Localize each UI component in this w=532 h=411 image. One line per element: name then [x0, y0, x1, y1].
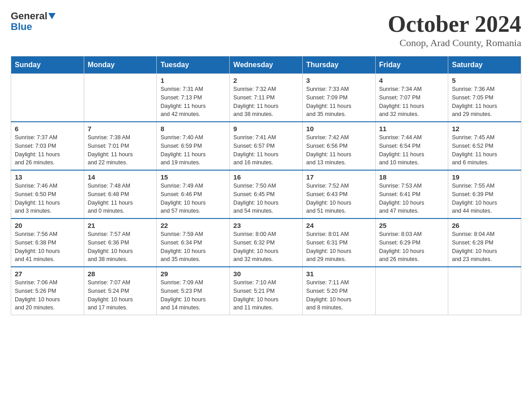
table-row: 19Sunrise: 7:55 AMSunset: 6:39 PMDayligh…	[448, 170, 521, 218]
day-info: Sunrise: 7:49 AMSunset: 6:46 PMDaylight:…	[160, 182, 226, 215]
calendar-table: Sunday Monday Tuesday Wednesday Thursday…	[11, 56, 521, 315]
day-number: 8	[160, 125, 226, 133]
day-info: Sunrise: 7:48 AMSunset: 6:48 PMDaylight:…	[88, 182, 153, 215]
day-info: Sunrise: 7:52 AMSunset: 6:43 PMDaylight:…	[306, 182, 372, 215]
table-row	[11, 74, 84, 122]
day-info: Sunrise: 7:36 AMSunset: 7:05 PMDaylight:…	[452, 85, 517, 119]
day-info: Sunrise: 7:57 AMSunset: 6:36 PMDaylight:…	[88, 230, 153, 264]
day-number: 17	[306, 173, 372, 181]
day-number: 24	[306, 222, 372, 229]
table-row: 31Sunrise: 7:11 AMSunset: 5:20 PMDayligh…	[302, 267, 375, 315]
day-info: Sunrise: 7:31 AMSunset: 7:13 PMDaylight:…	[160, 85, 226, 119]
logo-triangle-icon	[48, 13, 56, 19]
day-number: 30	[233, 270, 299, 278]
calendar-week-row: 20Sunrise: 7:56 AMSunset: 6:38 PMDayligh…	[11, 218, 521, 267]
table-row: 23Sunrise: 8:00 AMSunset: 6:32 PMDayligh…	[230, 218, 303, 267]
day-info: Sunrise: 7:37 AMSunset: 7:03 PMDaylight:…	[15, 133, 80, 167]
table-row: 25Sunrise: 8:03 AMSunset: 6:29 PMDayligh…	[375, 218, 448, 267]
col-friday: Friday	[375, 56, 448, 74]
day-info: Sunrise: 7:50 AMSunset: 6:45 PMDaylight:…	[233, 182, 299, 215]
day-number: 12	[452, 125, 517, 133]
table-row: 30Sunrise: 7:10 AMSunset: 5:21 PMDayligh…	[230, 267, 303, 315]
day-number: 26	[452, 222, 517, 229]
col-tuesday: Tuesday	[157, 56, 230, 74]
calendar-header-row: Sunday Monday Tuesday Wednesday Thursday…	[11, 56, 521, 74]
day-number: 14	[88, 173, 153, 181]
table-row: 27Sunrise: 7:06 AMSunset: 5:26 PMDayligh…	[11, 267, 84, 315]
day-number: 13	[15, 173, 80, 181]
day-info: Sunrise: 7:38 AMSunset: 7:01 PMDaylight:…	[88, 133, 153, 167]
day-number: 21	[88, 222, 153, 229]
day-number: 4	[379, 77, 445, 84]
day-info: Sunrise: 8:04 AMSunset: 6:28 PMDaylight:…	[452, 230, 517, 264]
table-row: 15Sunrise: 7:49 AMSunset: 6:46 PMDayligh…	[157, 170, 230, 218]
day-info: Sunrise: 7:56 AMSunset: 6:38 PMDaylight:…	[15, 230, 80, 264]
calendar-week-row: 6Sunrise: 7:37 AMSunset: 7:03 PMDaylight…	[11, 122, 521, 170]
day-info: Sunrise: 8:03 AMSunset: 6:29 PMDaylight:…	[379, 230, 445, 264]
day-number: 19	[452, 173, 517, 181]
day-info: Sunrise: 7:46 AMSunset: 6:50 PMDaylight:…	[15, 182, 80, 215]
day-info: Sunrise: 7:59 AMSunset: 6:34 PMDaylight:…	[160, 230, 226, 264]
table-row: 14Sunrise: 7:48 AMSunset: 6:48 PMDayligh…	[84, 170, 157, 218]
day-info: Sunrise: 7:11 AMSunset: 5:20 PMDaylight:…	[306, 278, 372, 312]
table-row: 8Sunrise: 7:40 AMSunset: 6:59 PMDaylight…	[157, 122, 230, 170]
page-title: October 2024	[388, 11, 521, 37]
day-number: 5	[452, 77, 517, 84]
calendar-week-row: 27Sunrise: 7:06 AMSunset: 5:26 PMDayligh…	[11, 267, 521, 315]
day-number: 28	[88, 270, 153, 278]
col-thursday: Thursday	[302, 56, 375, 74]
day-number: 3	[306, 77, 372, 84]
table-row: 28Sunrise: 7:07 AMSunset: 5:24 PMDayligh…	[84, 267, 157, 315]
day-number: 1	[160, 77, 226, 84]
day-number: 22	[160, 222, 226, 229]
table-row: 7Sunrise: 7:38 AMSunset: 7:01 PMDaylight…	[84, 122, 157, 170]
day-info: Sunrise: 7:40 AMSunset: 6:59 PMDaylight:…	[160, 133, 226, 167]
page-subtitle: Conop, Arad County, Romania	[388, 37, 521, 49]
table-row: 16Sunrise: 7:50 AMSunset: 6:45 PMDayligh…	[230, 170, 303, 218]
col-wednesday: Wednesday	[230, 56, 303, 74]
day-info: Sunrise: 7:07 AMSunset: 5:24 PMDaylight:…	[88, 278, 153, 312]
day-number: 31	[306, 270, 372, 278]
day-number: 6	[15, 125, 80, 133]
table-row: 12Sunrise: 7:45 AMSunset: 6:52 PMDayligh…	[448, 122, 521, 170]
table-row: 13Sunrise: 7:46 AMSunset: 6:50 PMDayligh…	[11, 170, 84, 218]
table-row: 5Sunrise: 7:36 AMSunset: 7:05 PMDaylight…	[448, 74, 521, 122]
day-number: 11	[379, 125, 445, 133]
table-row: 22Sunrise: 7:59 AMSunset: 6:34 PMDayligh…	[157, 218, 230, 267]
day-info: Sunrise: 7:10 AMSunset: 5:21 PMDaylight:…	[233, 278, 299, 312]
col-monday: Monday	[84, 56, 157, 74]
day-info: Sunrise: 7:42 AMSunset: 6:56 PMDaylight:…	[306, 133, 372, 167]
table-row: 9Sunrise: 7:41 AMSunset: 6:57 PMDaylight…	[230, 122, 303, 170]
day-number: 18	[379, 173, 445, 181]
day-info: Sunrise: 7:55 AMSunset: 6:39 PMDaylight:…	[452, 182, 517, 215]
day-number: 7	[88, 125, 153, 133]
day-number: 23	[233, 222, 299, 229]
day-info: Sunrise: 7:53 AMSunset: 6:41 PMDaylight:…	[379, 182, 445, 215]
page-header: General Blue October 2024 Conop, Arad Co…	[11, 11, 521, 49]
calendar-week-row: 1Sunrise: 7:31 AMSunset: 7:13 PMDaylight…	[11, 74, 521, 122]
calendar-week-row: 13Sunrise: 7:46 AMSunset: 6:50 PMDayligh…	[11, 170, 521, 218]
day-info: Sunrise: 8:00 AMSunset: 6:32 PMDaylight:…	[233, 230, 299, 264]
title-block: October 2024 Conop, Arad County, Romania	[388, 11, 521, 49]
day-info: Sunrise: 7:09 AMSunset: 5:23 PMDaylight:…	[160, 278, 226, 312]
table-row: 2Sunrise: 7:32 AMSunset: 7:11 PMDaylight…	[230, 74, 303, 122]
table-row	[84, 74, 157, 122]
table-row: 11Sunrise: 7:44 AMSunset: 6:54 PMDayligh…	[375, 122, 448, 170]
day-number: 2	[233, 77, 299, 84]
day-number: 16	[233, 173, 299, 181]
day-number: 27	[15, 270, 80, 278]
day-number: 25	[379, 222, 445, 229]
day-info: Sunrise: 7:44 AMSunset: 6:54 PMDaylight:…	[379, 133, 445, 167]
table-row: 10Sunrise: 7:42 AMSunset: 6:56 PMDayligh…	[302, 122, 375, 170]
day-info: Sunrise: 7:33 AMSunset: 7:09 PMDaylight:…	[306, 85, 372, 119]
logo: General Blue	[11, 11, 56, 32]
table-row: 21Sunrise: 7:57 AMSunset: 6:36 PMDayligh…	[84, 218, 157, 267]
table-row	[375, 267, 448, 315]
col-sunday: Sunday	[11, 56, 84, 74]
day-number: 15	[160, 173, 226, 181]
table-row: 1Sunrise: 7:31 AMSunset: 7:13 PMDaylight…	[157, 74, 230, 122]
table-row: 4Sunrise: 7:34 AMSunset: 7:07 PMDaylight…	[375, 74, 448, 122]
day-info: Sunrise: 7:45 AMSunset: 6:52 PMDaylight:…	[452, 133, 517, 167]
day-number: 10	[306, 125, 372, 133]
day-info: Sunrise: 7:34 AMSunset: 7:07 PMDaylight:…	[379, 85, 445, 119]
